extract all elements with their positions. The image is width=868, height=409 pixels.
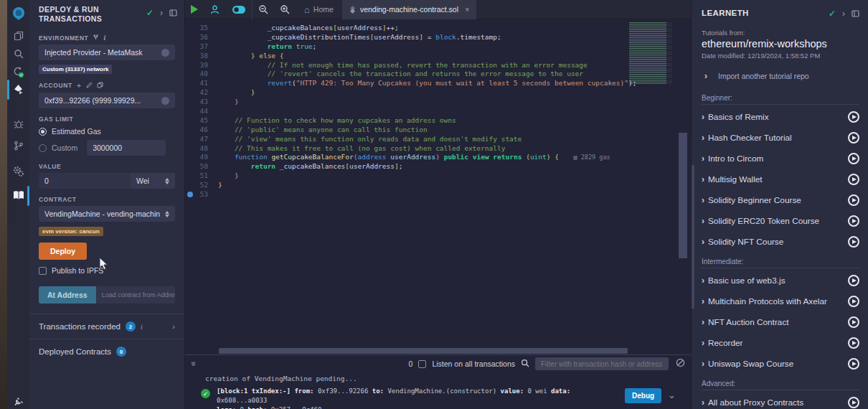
line-number[interactable]: 51	[185, 171, 218, 181]
tutorial-item[interactable]: ›Solidity Beginner Course	[702, 189, 859, 210]
code-line[interactable]: 51 }	[185, 171, 691, 181]
line-number[interactable]: 35	[185, 24, 218, 33]
tutorial-play-button[interactable]	[848, 337, 859, 349]
deployed-contracts-row[interactable]: Deployed Contracts 0	[29, 339, 184, 364]
tutorial-expand-chevron[interactable]: ›	[702, 237, 704, 247]
transactions-info-icon[interactable]: i	[141, 323, 143, 331]
tutorial-expand-chevron[interactable]: ›	[702, 296, 704, 306]
line-number[interactable]: 36	[185, 33, 218, 42]
tutorial-play-button[interactable]	[848, 236, 859, 248]
transaction-log-row[interactable]: ✓ [block:1 txIndex:-] from: 0xf39...9226…	[185, 382, 691, 409]
tab-close-icon[interactable]: ×	[465, 5, 469, 14]
tutorial-play-button[interactable]	[848, 358, 859, 370]
line-number[interactable]: 52	[185, 181, 218, 190]
tutorial-item[interactable]: ›Basic use of web3.js	[702, 270, 859, 291]
tutorial-play-button[interactable]	[848, 132, 859, 144]
code-line[interactable]: 52}	[185, 181, 691, 190]
code-line[interactable]: 49 function getCupcakeBalanceFor(address…	[185, 153, 691, 162]
code-line[interactable]: 47 // 'view' means this function only re…	[185, 135, 691, 144]
remix-logo-icon[interactable]	[7, 4, 29, 23]
zoom-in-icon[interactable]	[274, 0, 296, 19]
tab-vending-machine-contract[interactable]: vending-machine-contract.sol ×	[342, 0, 477, 19]
tutorial-expand-chevron[interactable]: ›	[702, 398, 704, 408]
tutorial-play-button[interactable]	[848, 397, 859, 408]
tutorial-play-button[interactable]	[848, 194, 859, 206]
tab-home[interactable]: ⌂ Home	[296, 0, 342, 19]
tutorial-expand-chevron[interactable]: ›	[702, 359, 704, 369]
run-script-button[interactable]	[185, 0, 204, 19]
tutorial-item[interactable]: ›Hash Checker Tutorial	[702, 127, 859, 148]
learneth-collapse-chevron[interactable]: ›	[842, 9, 845, 19]
tutorial-item[interactable]: ›Multichain Protocols with Axelar	[702, 291, 859, 311]
tutorial-item[interactable]: ›Solidity NFT Course	[702, 231, 859, 252]
code-line[interactable]: 43 }	[185, 98, 691, 107]
import-tutorial-row[interactable]: › Import another tutorial repo	[692, 60, 868, 81]
tutorial-expand-chevron[interactable]: ›	[702, 174, 704, 184]
contract-select[interactable]: VendingMachine - vending-machin	[39, 206, 175, 222]
code-line[interactable]: 42 }	[185, 88, 691, 98]
custom-gas-radio[interactable]	[39, 144, 47, 152]
tutorial-expand-chevron[interactable]: ›	[702, 338, 704, 348]
tutorial-expand-chevron[interactable]: ›	[702, 317, 704, 327]
tutorial-expand-chevron[interactable]: ›	[702, 216, 704, 226]
line-number[interactable]: 47	[185, 135, 218, 144]
line-number[interactable]: 46	[185, 126, 218, 135]
line-number[interactable]: 37	[185, 42, 218, 52]
estimated-gas-radio[interactable]	[39, 128, 47, 136]
code-editor[interactable]: 35 _cupcakeBalances[userAddress]++;36 _c…	[185, 20, 691, 354]
publish-ipfs-checkbox[interactable]	[39, 267, 47, 275]
code-line[interactable]: 41 revert("HTTP 429: Too Many Cupcakes (…	[185, 79, 691, 88]
horizontal-scrollbar[interactable]	[219, 348, 628, 354]
tx-expand-chevron[interactable]: ⌄	[668, 390, 676, 400]
tutorial-item[interactable]: ›Recorder	[702, 332, 859, 353]
git-icon[interactable]	[7, 136, 29, 155]
at-address-button[interactable]: At Address	[39, 286, 96, 304]
code-line[interactable]: 39 // If not enough time has passed, rev…	[185, 61, 691, 70]
environment-settings-icon[interactable]	[161, 49, 169, 57]
tutorial-play-button[interactable]	[848, 275, 859, 286]
tutorial-item[interactable]: ›Intro to Circom	[702, 148, 859, 169]
code-line[interactable]: 50 return _cupcakeBalances[userAddress];	[185, 162, 691, 171]
account-settings-icon[interactable]	[161, 97, 169, 105]
tutorial-play-button[interactable]	[848, 174, 859, 185]
terminal-filter-input[interactable]	[535, 357, 669, 370]
code-line[interactable]: 35 _cupcakeBalances[userAddress]++;	[185, 24, 691, 33]
code-line[interactable]: 46 // 'public' means anyone can call thi…	[185, 126, 691, 135]
pin-panel-icon[interactable]	[169, 6, 177, 19]
transactions-expand-chevron[interactable]: ›	[172, 322, 175, 331]
code-line[interactable]: 40 // 'revert' cancels the transaction a…	[185, 70, 691, 79]
code-line[interactable]: 38 } else {	[185, 52, 691, 61]
line-number[interactable]: 45	[185, 116, 218, 126]
line-number[interactable]: 41	[185, 79, 218, 88]
tutorial-item[interactable]: ›Basics of Remix	[702, 106, 859, 127]
transactions-recorded-row[interactable]: Transactions recorded 2 i ›	[29, 314, 184, 339]
deploy-button[interactable]: Deploy	[39, 243, 87, 260]
tutorial-play-button[interactable]	[848, 296, 859, 307]
tutorial-item[interactable]: ›Uniswap Swap Course	[702, 353, 859, 374]
collapse-chevron-icon[interactable]: ›	[160, 8, 163, 18]
account-select[interactable]: 0xf39...92266 (9999.99929...	[39, 93, 175, 108]
tutorial-expand-chevron[interactable]: ›	[702, 133, 704, 143]
copy-account-icon[interactable]	[97, 82, 103, 90]
solidity-compiler-icon[interactable]	[7, 62, 29, 81]
learneth-pin-icon[interactable]	[852, 7, 859, 20]
line-number[interactable]: 40	[185, 70, 218, 79]
line-number[interactable]: 50	[185, 162, 218, 171]
tutorial-item[interactable]: ›All about Proxy Contracts	[702, 392, 859, 409]
tutorial-play-button[interactable]	[848, 215, 859, 227]
code-line[interactable]: 45 // Function to check how many cupcake…	[185, 116, 691, 126]
debug-button[interactable]: Debug	[625, 388, 661, 403]
tutorial-item[interactable]: ›Solidity ERC20 Token Course	[702, 210, 859, 231]
tutorial-play-button[interactable]	[848, 153, 859, 164]
minimap[interactable]	[629, 22, 676, 84]
env-plug-icon[interactable]	[93, 34, 99, 42]
custom-gas-input[interactable]: 3000000	[87, 140, 166, 156]
zoom-out-icon[interactable]	[253, 0, 274, 19]
add-account-icon[interactable]: +	[77, 81, 82, 90]
breakpoint-dot[interactable]	[187, 192, 193, 197]
env-info-icon[interactable]: i	[103, 34, 105, 42]
tutorial-item[interactable]: ›Multisig Wallet	[702, 169, 859, 189]
line-number[interactable]: 42	[185, 88, 218, 98]
vertical-scrollbar[interactable]	[679, 133, 687, 258]
learneth-book-icon[interactable]	[7, 186, 29, 204]
